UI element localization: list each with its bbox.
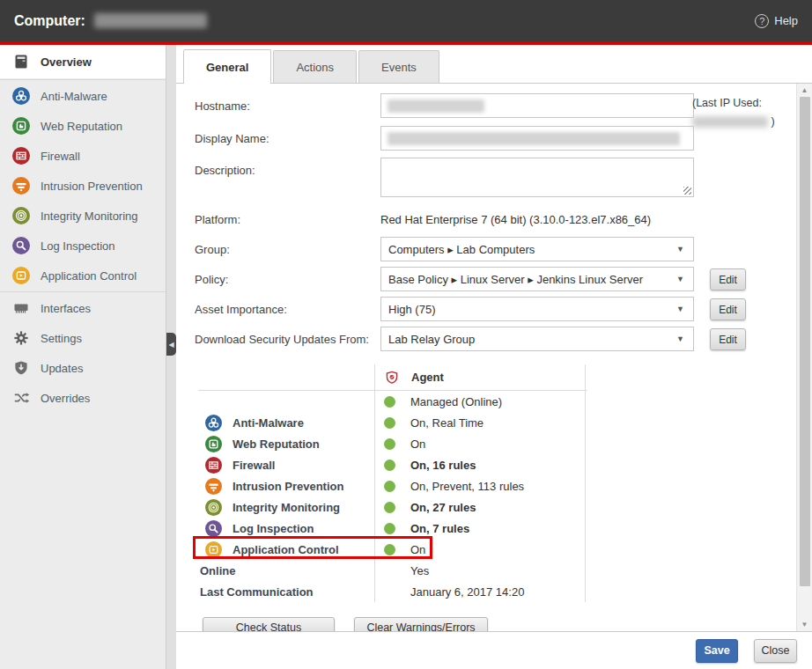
status-row-label: Application Control [233,543,339,556]
green-status-dot-icon [384,417,395,429]
tab-general[interactable]: General [183,49,271,84]
sidebar-item-label: Updates [41,362,83,375]
integrity-monitoring-icon [205,499,222,516]
status-value: January 6, 2017 14:20 [410,585,524,599]
chevron-down-icon: ▼ [676,334,684,343]
status-value: On [410,437,425,451]
policy-select[interactable]: Base Policy ▸ Linux Server ▸ Jenkins Lin… [380,267,694,291]
sidebar-item-label: Integrity Monitoring [41,210,138,223]
status-row-label: Integrity Monitoring [233,501,340,514]
sidebar-item-application-control[interactable]: Application Control [0,261,166,290]
green-status-dot-icon [384,481,395,492]
network-interfaces-icon [12,299,30,317]
sidebar-item-anti-malware[interactable]: Anti-Malware [0,81,166,111]
sidebar-item-web-reputation[interactable]: Web Reputation [0,111,166,141]
help-button[interactable]: ? Help [755,14,798,28]
log-inspection-icon [12,237,30,254]
sidebar-item-updates[interactable]: Updates [0,353,166,383]
help-icon: ? [755,14,769,28]
server-icon [12,53,30,70]
chevron-down-icon: ▼ [676,275,684,283]
status-value: On, Prevent, 113 rules [410,480,524,493]
sidebar-item-label: Application Control [41,269,137,283]
shuffle-icon [12,389,30,407]
green-status-dot-icon [384,544,395,555]
sidebar-gutter: ◀ [166,45,176,669]
green-status-dot-icon [384,459,395,471]
updates-from-edit-button[interactable]: Edit [710,328,746,350]
redacted-hostname-value [388,99,484,113]
asset-importance-select[interactable]: High (75)▼ [380,297,694,321]
anti-malware-icon [205,415,222,431]
sidebar-item-overrides[interactable]: Overrides [0,383,166,413]
status-value: On, 16 rules [410,459,476,472]
sidebar-item-overview[interactable]: Overview [0,45,166,78]
sidebar-divider [0,79,166,80]
application-control-icon [12,267,30,284]
sidebar-item-settings[interactable]: Settings [0,323,166,353]
status-row-online: OnlineYes [198,560,587,581]
clear-warnings-errors-button[interactable]: Clear Warnings/Errors [354,617,488,631]
redacted-display-name-value [388,132,680,145]
vertical-scrollbar[interactable]: ▲ ▼ [796,84,812,631]
sidebar-item-firewall[interactable]: Firewall [0,141,166,171]
last-ip-note: (Last IP Used: ) [692,94,791,132]
sidebar-item-label: Overview [41,55,92,69]
shield-update-icon [12,359,30,377]
hostname-input[interactable] [380,93,694,118]
intrusion-prevention-icon [12,177,30,195]
sidebar: OverviewAnti-MalwareWeb ReputationFirewa… [0,45,166,669]
agent-column-header: Agent [411,371,444,384]
tab-events[interactable]: Events [358,50,439,83]
status-row: Managed (Online) [198,391,587,412]
scroll-up-arrow-icon[interactable]: ▲ [797,84,812,97]
group-select[interactable]: Computers ▸ Lab Computers▼ [380,237,694,261]
title-bar: Computer: ? Help [0,0,812,45]
status-value: On, 27 rules [410,501,476,514]
status-row-web-reputation: Web ReputationOn [198,433,587,454]
scroll-down-arrow-icon[interactable]: ▼ [797,618,812,631]
sidebar-item-label: Web Reputation [41,120,122,133]
close-button[interactable]: Close [754,639,797,663]
asset-importance-label: Asset Importance: [195,297,380,316]
anti-malware-icon [12,87,30,105]
web-reputation-icon [12,117,30,135]
green-status-dot-icon [384,396,395,408]
sidebar-collapse-handle[interactable]: ◀ [166,333,176,356]
web-reputation-icon [205,436,222,452]
policy-edit-button[interactable]: Edit [710,268,746,290]
sidebar-item-intrusion-prevention[interactable]: Intrusion Prevention [0,171,166,201]
scrollbar-thumb[interactable] [800,97,810,586]
status-row-intrusion-prevention: Intrusion PreventionOn, Prevent, 113 rul… [198,475,587,496]
gear-icon [12,329,30,347]
status-header-row: Agent [198,364,587,391]
sidebar-item-log-inspection[interactable]: Log Inspection [0,231,166,261]
resize-grip-icon[interactable] [683,187,691,195]
status-row-integrity-monitoring: Integrity MonitoringOn, 27 rules [198,496,587,518]
tab-actions[interactable]: Actions [273,50,357,83]
policy-label: Policy: [195,267,380,286]
status-row-label: Anti-Malware [233,416,304,430]
redacted-computer-name [94,13,207,28]
redacted-last-ip-value [692,116,768,128]
sidebar-item-integrity-monitoring[interactable]: Integrity Monitoring [0,201,166,231]
check-status-button[interactable]: Check Status [203,617,335,631]
asset-importance-edit-button[interactable]: Edit [710,298,746,320]
description-textarea[interactable] [380,158,694,197]
dialog-footer: Save Close [176,631,812,669]
save-button[interactable]: Save [696,639,738,663]
sidebar-item-label: Log Inspection [41,239,115,253]
status-row-label: Web Reputation [233,437,320,451]
hostname-label: Hostname: [195,93,380,113]
firewall-icon [12,147,30,165]
chevron-down-icon: ▼ [676,305,684,313]
status-value: Yes [410,564,429,577]
sidebar-item-interfaces[interactable]: Interfaces [0,293,166,323]
sidebar-item-label: Interfaces [41,302,91,315]
help-label: Help [774,14,798,27]
green-status-dot-icon [384,502,395,513]
integrity-monitoring-icon [12,207,30,224]
display-name-input[interactable] [380,126,694,151]
status-value: On, Real Time [410,416,484,430]
updates-from-select[interactable]: Lab Relay Group▼ [380,327,694,351]
